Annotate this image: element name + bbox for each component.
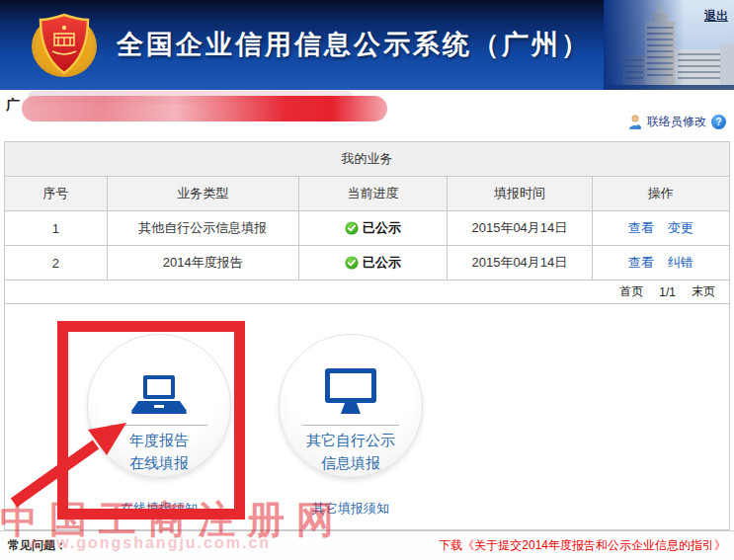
col-header-type: 业务类型	[107, 177, 298, 210]
laptop-icon	[128, 374, 190, 418]
footer-bar: 常见问题： 下载《关于提交2014年度报告和公示企业信息的指引》	[0, 530, 734, 560]
account-bar: 广 联络员修改 ?	[0, 90, 734, 141]
annual-report-label-line1: 年度报告	[129, 429, 189, 451]
other-publicity-button[interactable]: 其它自行公示 信息填报	[279, 334, 423, 478]
cell-date: 2015年04月14日	[447, 246, 592, 280]
annual-report-label-line2: 在线填报	[129, 451, 189, 474]
col-header-date: 填报时间	[447, 177, 592, 210]
table-title: 我的业务	[5, 142, 729, 177]
header: 全国企业信用信息公示系统（广州） 退出	[0, 0, 734, 90]
table-row: 1 其他自行公示信息填报 已公示 2015年04月14日 查看 变更	[5, 211, 729, 246]
liaison-edit[interactable]: 联络员修改 ?	[628, 114, 726, 130]
liaison-edit-label[interactable]: 联络员修改	[647, 114, 706, 130]
pagination: 首页 1/1 末页	[5, 280, 729, 304]
pagination-first[interactable]: 首页	[619, 283, 643, 300]
change-link[interactable]: 变更	[668, 219, 693, 237]
status-badge: 已公示	[363, 219, 401, 237]
cell-no: 2	[5, 246, 107, 280]
cell-type: 2014年度报告	[107, 246, 298, 280]
page-title: 全国企业信用信息公示系统（广州）	[117, 26, 591, 61]
view-link[interactable]: 查看	[628, 219, 654, 237]
divider	[302, 425, 399, 426]
other-publicity-label-line1: 其它自行公示	[306, 429, 395, 451]
redaction-blob	[22, 96, 387, 121]
cell-status: 已公示	[298, 246, 447, 280]
cell-actions: 查看 纠错	[592, 246, 729, 280]
cell-status: 已公示	[298, 211, 447, 245]
correct-link[interactable]: 纠错	[668, 254, 693, 272]
online-filing-notice-link[interactable]: 在线填报须知	[87, 500, 231, 518]
cell-actions: 查看 变更	[592, 211, 729, 245]
status-badge: 已公示	[363, 254, 401, 272]
published-check-icon	[345, 256, 359, 270]
person-icon	[628, 115, 642, 129]
action-circles-area: 年度报告 在线填报 其它自行公示 信息填报 在线填报须知 其它填报须知	[5, 304, 729, 529]
other-filing-notice-link[interactable]: 其它填报须知	[279, 500, 423, 518]
other-publicity-label-line2: 信息填报	[321, 451, 380, 474]
col-header-actions: 操作	[592, 177, 729, 210]
saic-emblem-logo	[28, 10, 101, 79]
main-panel: 我的业务 序号 业务类型 当前进度 填报时间 操作 1 其他自行公示信息填报 已…	[4, 141, 730, 530]
cell-date: 2015年04月14日	[447, 211, 592, 245]
cell-no: 1	[5, 211, 107, 245]
col-header-progress: 当前进度	[298, 177, 447, 210]
table-header-row: 序号 业务类型 当前进度 填报时间 操作	[5, 177, 729, 211]
pagination-last[interactable]: 末页	[692, 283, 715, 300]
table-row: 2 2014年度报告 已公示 2015年04月14日 查看 纠错	[5, 246, 729, 280]
faq-label[interactable]: 常见问题：	[8, 537, 67, 554]
annual-report-button[interactable]: 年度报告 在线填报	[87, 334, 231, 478]
monitor-icon	[323, 366, 378, 418]
help-icon[interactable]: ?	[711, 115, 726, 129]
logout-link[interactable]: 退出	[704, 8, 728, 25]
pagination-page: 1/1	[659, 285, 676, 299]
download-guide-link[interactable]: 下载《关于提交2014年度报告和公示企业信息的指引》	[439, 537, 726, 554]
view-link[interactable]: 查看	[628, 254, 654, 272]
company-name-fragment: 广	[6, 97, 20, 115]
col-header-no: 序号	[5, 177, 107, 210]
divider	[111, 425, 207, 426]
cell-type: 其他自行公示信息填报	[107, 211, 298, 245]
published-check-icon	[345, 221, 359, 235]
